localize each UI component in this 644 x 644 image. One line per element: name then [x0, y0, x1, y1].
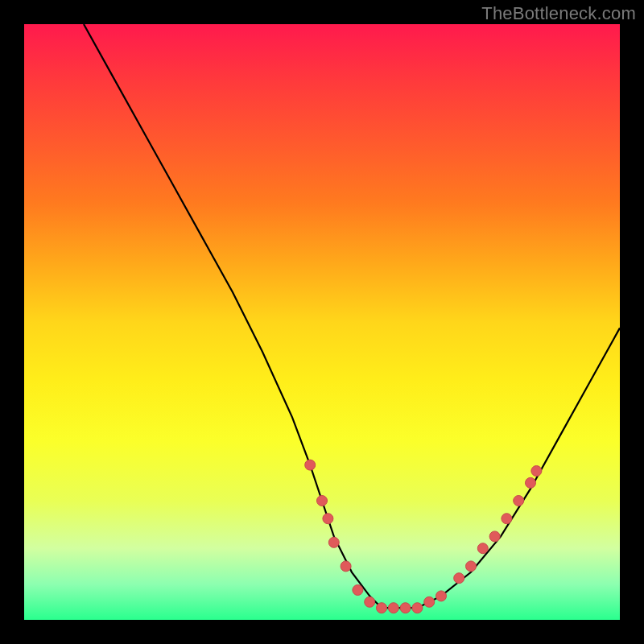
watermark-text: TheBottleneck.com: [481, 3, 636, 24]
curve-marker: [502, 514, 512, 524]
curve-marker: [489, 531, 500, 542]
curve-marker: [526, 477, 536, 488]
curve-marker: [323, 514, 333, 524]
curve-markers: [305, 460, 542, 613]
curve-marker: [388, 603, 398, 613]
curve-marker: [424, 597, 435, 607]
curve-marker: [454, 573, 464, 584]
chart-svg: [24, 24, 620, 620]
chart-frame: TheBottleneck.com: [0, 0, 644, 644]
curve-marker: [305, 460, 316, 470]
curve-marker: [514, 496, 524, 506]
curve-marker: [477, 543, 488, 554]
curve-marker: [328, 537, 339, 547]
bottleneck-curve: [84, 24, 620, 608]
plot-area: [24, 24, 620, 620]
curve-marker: [317, 496, 328, 506]
curve-marker: [412, 603, 423, 613]
curve-marker: [466, 561, 477, 572]
curve-marker: [531, 466, 542, 477]
curve-marker: [353, 585, 363, 596]
curve-marker: [436, 591, 447, 601]
curve-marker: [400, 603, 411, 613]
curve-marker: [341, 561, 351, 572]
curve-marker: [365, 597, 375, 607]
curve-marker: [377, 603, 387, 613]
